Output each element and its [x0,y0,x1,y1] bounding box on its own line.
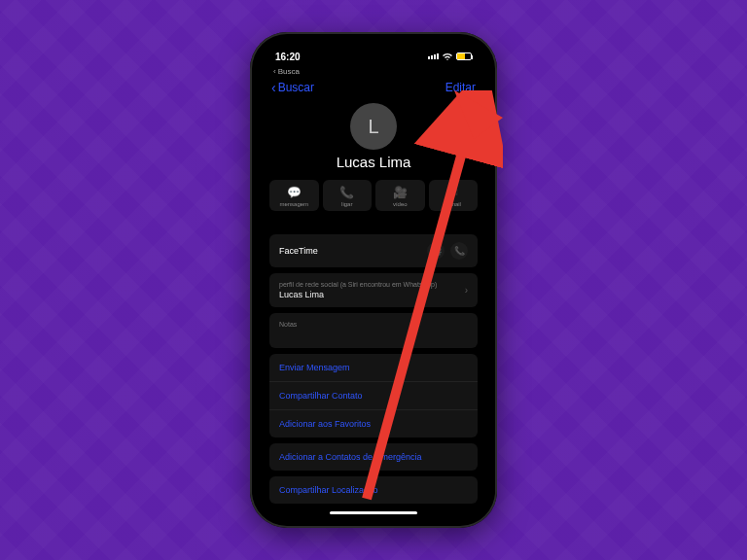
phone-screen: 16:20 ‹ Busca ‹ Buscar Editar L Lucas Li… [260,42,487,518]
facetime-video-icon[interactable]: 🎥 [427,242,445,260]
links-group-3: Compartilhar Localização [269,476,478,504]
notes-section[interactable]: Notas [269,313,478,348]
edit-button[interactable]: Editar [445,81,476,94]
signal-icon [427,53,439,59]
call-label: ligar [341,201,352,207]
video-icon: 🎥 [393,186,408,199]
breadcrumb-label: Busca [278,67,300,76]
chevron-right-icon: › [465,285,468,296]
facetime-label: FaceTime [279,246,318,256]
back-label: Buscar [278,81,314,94]
notch [320,42,427,61]
mail-icon: ✉ [448,186,458,199]
avatar-initial: L [368,116,378,138]
links-group-2: Adicionar a Contatos de Emergência [269,443,478,471]
video-button[interactable]: 🎥 vídeo [375,180,425,211]
add-emergency-link[interactable]: Adicionar a Contatos de Emergência [269,443,478,471]
facetime-audio-icon[interactable]: 📞 [450,242,468,260]
action-row: 💬 mensagem 📞 ligar 🎥 vídeo ✉ e-mail [260,170,487,217]
contact-header: L Lucas Lima [260,103,487,170]
nav-bar: ‹ Buscar Editar [260,76,487,101]
share-contact-link[interactable]: Compartilhar Contato [269,381,478,409]
mail-button[interactable]: ✉ e-mail [429,180,479,211]
message-icon: 💬 [287,186,302,199]
phone-frame: 16:20 ‹ Busca ‹ Buscar Editar L Lucas Li… [250,32,497,528]
add-favorite-link[interactable]: Adicionar aos Favoritos [269,409,478,438]
contact-name: Lucas Lima [337,154,411,170]
call-button[interactable]: 📞 ligar [323,180,373,211]
send-message-link[interactable]: Enviar Mensagem [269,354,478,381]
battery-icon [456,52,472,60]
mail-label: e-mail [445,201,461,207]
notes-label: Notas [279,321,297,328]
status-time: 16:20 [275,52,301,62]
share-location-link[interactable]: Compartilhar Localização [269,476,478,504]
home-indicator[interactable] [330,511,417,514]
avatar[interactable]: L [350,103,397,150]
chevron-left-icon: ‹ [273,67,276,76]
social-section[interactable]: perfil de rede social (a Siri encontrou … [269,273,478,307]
social-value: Lucas Lima [279,290,324,299]
facetime-row[interactable]: FaceTime 🎥 📞 [269,234,478,267]
chevron-left-icon: ‹ [271,80,276,95]
message-button[interactable]: 💬 mensagem [269,180,319,211]
social-caption: perfil de rede social (a Siri encontrou … [279,281,437,288]
facetime-section: FaceTime 🎥 📞 [269,234,478,267]
wifi-icon [442,52,453,61]
message-label: mensagem [279,201,308,207]
phone-icon: 📞 [339,186,354,199]
status-indicators [427,52,472,61]
back-button[interactable]: ‹ Buscar [271,80,314,95]
breadcrumb-back[interactable]: ‹ Busca [260,67,487,76]
links-group-1: Enviar Mensagem Compartilhar Contato Adi… [269,354,478,438]
video-label: vídeo [393,201,408,207]
